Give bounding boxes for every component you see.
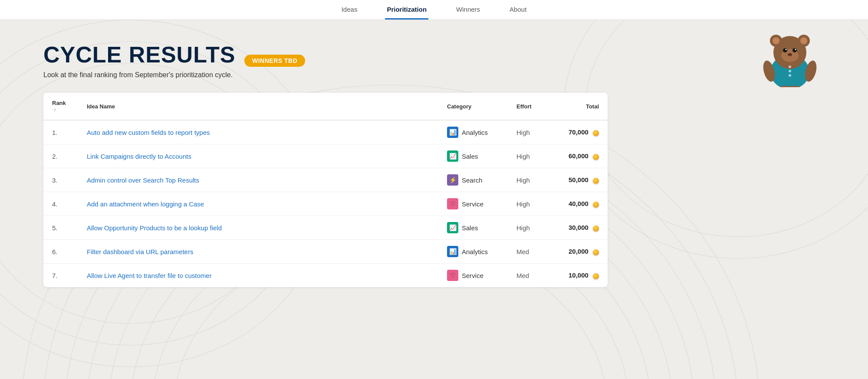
cell-category: 📊 Analytics	[438, 240, 508, 264]
cell-total: 40,000	[551, 192, 608, 216]
coin-icon	[593, 202, 599, 208]
nav-bar: Ideas Prioritization Winners About	[0, 0, 868, 20]
cell-total: 70,000	[551, 120, 608, 144]
cell-effort: High	[508, 216, 551, 240]
svg-rect-30	[780, 86, 790, 87]
idea-link[interactable]: Filter dashboard via URL parameters	[87, 248, 193, 255]
col-header-rank[interactable]: Rank ↑	[43, 93, 78, 120]
idea-link[interactable]: Auto add new custom fields to report typ…	[87, 129, 210, 136]
cycle-title: CYCLE RESULTS	[43, 42, 236, 68]
cell-category: 📊 Analytics	[438, 120, 508, 144]
category-label: Analytics	[462, 129, 488, 136]
nav-tabs: Ideas Prioritization Winners About	[340, 0, 529, 20]
cell-effort: High	[508, 192, 551, 216]
cell-rank: 5.	[43, 216, 78, 240]
table-row: 6. Filter dashboard via URL parameters 📊…	[43, 240, 608, 264]
table-row: 2. Link Campaigns directly to Accounts 📈…	[43, 144, 608, 168]
cell-total: 50,000	[551, 168, 608, 192]
coin-icon	[593, 178, 599, 184]
col-header-total: Total	[551, 93, 608, 120]
cell-idea[interactable]: Filter dashboard via URL parameters	[78, 240, 438, 264]
cell-category: ♡ Service	[438, 264, 508, 288]
cell-effort: High	[508, 120, 551, 144]
subtitle: Look at the final ranking from September…	[43, 71, 825, 79]
sort-arrow-icon: ↑	[54, 107, 56, 112]
cell-rank: 2.	[43, 144, 78, 168]
category-label: Service	[462, 272, 483, 279]
coin-icon	[593, 225, 599, 232]
category-label: Service	[462, 200, 483, 208]
tab-prioritization[interactable]: Prioritization	[385, 0, 428, 20]
category-icon: 📊	[447, 127, 458, 138]
coin-icon	[593, 249, 599, 255]
table-row: 4. Add an attachment when logging a Case…	[43, 192, 608, 216]
col-header-category: Category	[438, 93, 508, 120]
cell-total: 60,000	[551, 144, 608, 168]
main-content: CYCLE RESULTS WINNERS TBD Look at the fi…	[0, 20, 868, 379]
results-table: Rank ↑ Idea Name Category Effort Total 1…	[43, 93, 608, 287]
tab-ideas[interactable]: Ideas	[340, 0, 359, 20]
cell-rank: 7.	[43, 264, 78, 288]
table-row: 1. Auto add new custom fields to report …	[43, 120, 608, 144]
idea-link[interactable]: Allow Opportunity Products to be a looku…	[87, 224, 222, 232]
cell-category: 📈 Sales	[438, 144, 508, 168]
cell-rank: 1.	[43, 120, 78, 144]
tab-about[interactable]: About	[508, 0, 528, 20]
idea-link[interactable]: Admin control over Search Top Results	[87, 176, 199, 184]
idea-link[interactable]: Allow Live Agent to transfer file to cus…	[87, 272, 212, 279]
cell-effort: High	[508, 168, 551, 192]
category-icon: 📈	[447, 150, 458, 162]
cell-rank: 4.	[43, 192, 78, 216]
cell-category: ⚡ Search	[438, 168, 508, 192]
col-header-idea: Idea Name	[78, 93, 438, 120]
cell-rank: 6.	[43, 240, 78, 264]
category-icon: ⚡	[447, 174, 458, 186]
category-icon: ♡	[447, 198, 458, 209]
cell-effort: Med	[508, 240, 551, 264]
table-header-row: Rank ↑ Idea Name Category Effort Total	[43, 93, 608, 120]
winners-badge: WINNERS TBD	[244, 55, 305, 67]
col-header-effort: Effort	[508, 93, 551, 120]
cell-rank: 3.	[43, 168, 78, 192]
cell-total: 20,000	[551, 240, 608, 264]
cell-category: 📈 Sales	[438, 216, 508, 240]
cell-total: 30,000	[551, 216, 608, 240]
idea-link[interactable]: Add an attachment when logging a Case	[87, 200, 204, 208]
table-row: 7. Allow Live Agent to transfer file to …	[43, 264, 608, 288]
category-label: Sales	[462, 153, 478, 160]
table-row: 5. Allow Opportunity Products to be a lo…	[43, 216, 608, 240]
coin-icon	[593, 154, 599, 160]
cell-category: ♡ Service	[438, 192, 508, 216]
coin-icon	[593, 273, 599, 279]
table-row: 3. Admin control over Search Top Results…	[43, 168, 608, 192]
category-icon: 📊	[447, 246, 458, 257]
cell-effort: High	[508, 144, 551, 168]
cell-idea[interactable]: Allow Live Agent to transfer file to cus…	[78, 264, 438, 288]
svg-rect-31	[790, 86, 799, 87]
cell-idea[interactable]: Link Campaigns directly to Accounts	[78, 144, 438, 168]
cell-idea[interactable]: Admin control over Search Top Results	[78, 168, 438, 192]
category-label: Search	[462, 176, 483, 184]
cell-total: 10,000	[551, 264, 608, 288]
coin-icon	[593, 130, 599, 136]
cell-idea[interactable]: Allow Opportunity Products to be a looku…	[78, 216, 438, 240]
tab-winners[interactable]: Winners	[454, 0, 482, 20]
category-icon: 📈	[447, 222, 458, 233]
cell-idea[interactable]: Add an attachment when logging a Case	[78, 192, 438, 216]
category-label: Analytics	[462, 248, 488, 255]
results-header: CYCLE RESULTS WINNERS TBD Look at the fi…	[43, 42, 825, 79]
category-icon: ♡	[447, 270, 458, 281]
cell-idea[interactable]: Auto add new custom fields to report typ…	[78, 120, 438, 144]
category-label: Sales	[462, 224, 478, 232]
idea-link[interactable]: Link Campaigns directly to Accounts	[87, 153, 191, 160]
cell-effort: Med	[508, 264, 551, 288]
